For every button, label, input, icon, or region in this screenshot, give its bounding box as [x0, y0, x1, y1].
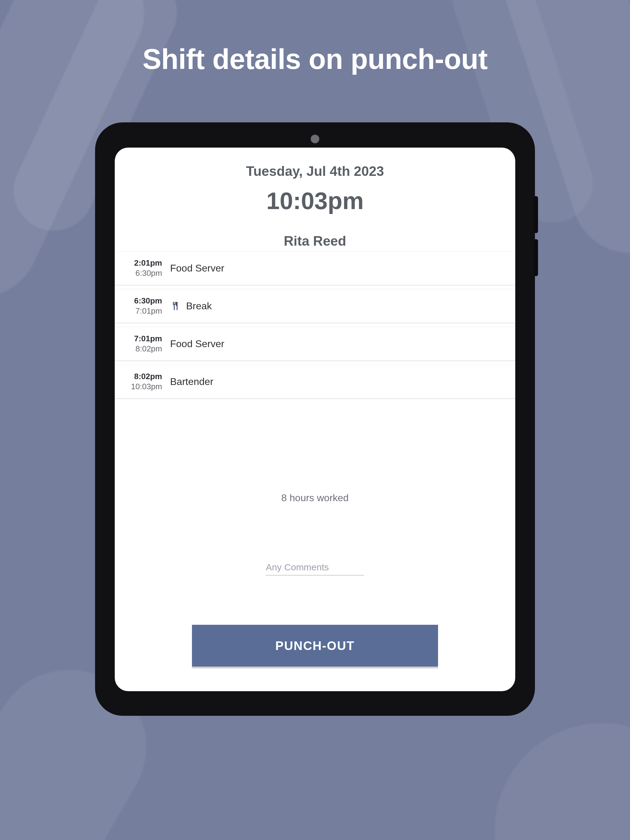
entry-start-time: 2:01pm	[126, 258, 162, 268]
shift-entry: 7:01pm8:02pmFood Server	[115, 327, 515, 360]
entry-times: 6:30pm7:01pm	[126, 296, 162, 316]
shift-entries-list: 2:01pm6:30pmFood Server6:30pm7:01pmBreak…	[115, 251, 515, 403]
entry-times: 7:01pm8:02pm	[126, 334, 162, 354]
current-date: Tuesday, Jul 4th 2023	[115, 164, 515, 179]
shift-entry: 8:02pm10:03pmBartender	[115, 365, 515, 398]
entry-end-time: 6:30pm	[126, 268, 162, 278]
punch-out-button[interactable]: PUNCH-OUT	[192, 625, 438, 666]
utensils-icon	[170, 301, 180, 311]
tablet-camera	[311, 135, 319, 143]
comments-input[interactable]	[266, 559, 364, 576]
user-name: Rita Reed	[115, 234, 515, 249]
entry-start-time: 8:02pm	[126, 372, 162, 381]
bg-decoration	[495, 723, 630, 840]
hours-worked-summary: 8 hours worked	[282, 492, 349, 504]
page-title: Shift details on punch-out	[0, 43, 630, 75]
entry-end-time: 8:02pm	[126, 344, 162, 354]
entry-times: 2:01pm6:30pm	[126, 258, 162, 278]
entry-label: Break	[186, 300, 212, 312]
entry-label: Food Server	[170, 338, 224, 350]
entry-start-time: 6:30pm	[126, 296, 162, 306]
current-time: 10:03pm	[115, 187, 515, 215]
entry-end-time: 7:01pm	[126, 306, 162, 316]
tablet-side-button	[534, 196, 538, 233]
entry-label: Bartender	[170, 376, 214, 387]
entry-label: Food Server	[170, 262, 224, 274]
tablet-screen: Tuesday, Jul 4th 2023 10:03pm Rita Reed …	[115, 148, 515, 691]
tablet-side-button	[534, 239, 538, 276]
entry-start-time: 7:01pm	[126, 334, 162, 343]
entry-end-time: 10:03pm	[126, 382, 162, 392]
shift-entry: 6:30pm7:01pmBreak	[115, 289, 515, 322]
header: Tuesday, Jul 4th 2023 10:03pm Rita Reed	[115, 148, 515, 251]
entry-times: 8:02pm10:03pm	[126, 372, 162, 392]
shift-entry: 2:01pm6:30pmFood Server	[115, 251, 515, 285]
tablet-frame: Tuesday, Jul 4th 2023 10:03pm Rita Reed …	[95, 122, 535, 716]
